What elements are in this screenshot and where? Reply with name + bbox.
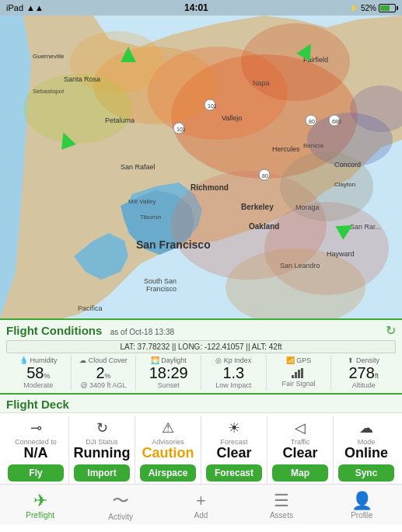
- deck-icon-5: ☁: [335, 419, 397, 436]
- fc-title-group: Flight Conditions as of Oct-18 13:38: [6, 324, 174, 338]
- svg-text:101: 101: [208, 103, 217, 109]
- nav-label-4: Profile: [322, 511, 402, 520]
- svg-text:Mill Valley: Mill Valley: [128, 198, 156, 205]
- svg-text:Vallejo: Vallejo: [222, 114, 242, 122]
- flight-deck: Flight Deck ⊸ Connected to N/A Fly ↻ DJI…: [0, 393, 402, 484]
- flight-deck-title: Flight Deck: [0, 395, 402, 413]
- svg-text:Guerneville: Guerneville: [33, 53, 65, 60]
- metric-unit: %: [44, 372, 50, 380]
- deck-item: ☀ Forecast Clear Forecast: [201, 416, 267, 484]
- status-right: ⚡ 52%: [349, 4, 396, 12]
- metric-sub: Sunset: [138, 381, 199, 389]
- svg-text:Concord: Concord: [334, 161, 361, 169]
- svg-text:Richmond: Richmond: [191, 183, 229, 192]
- metric-sub: Fair Signal: [268, 380, 330, 388]
- deck-value-5: Online: [335, 446, 397, 461]
- deck-btn-2[interactable]: Airspace: [140, 464, 196, 482]
- metric-item: ☁ Cloud Cover 2% @ 3409 ft AGL: [72, 355, 137, 391]
- deck-items: ⊸ Connected to N/A Fly ↻ DJI Status Runn…: [0, 413, 402, 484]
- deck-icon-2: ⚠: [137, 419, 199, 436]
- status-left: iPad ▲▲: [6, 3, 44, 12]
- deck-icon-0: ⊸: [5, 419, 67, 436]
- svg-text:Santa Rosa: Santa Rosa: [64, 75, 100, 83]
- metric-sub: Moderate: [8, 381, 69, 389]
- svg-text:Petaluma: Petaluma: [105, 116, 135, 124]
- svg-text:Francisco: Francisco: [146, 285, 177, 293]
- metric-value: 58%: [26, 364, 50, 381]
- deck-btn-0[interactable]: Fly: [8, 464, 64, 482]
- deck-item: ⊸ Connected to N/A Fly: [3, 416, 69, 484]
- metric-value: 278ft: [349, 364, 379, 381]
- svg-text:San Rafael: San Rafael: [121, 163, 156, 171]
- coords-bar: LAT: 37.78232 || LONG: -122.41057 || ALT…: [6, 340, 396, 353]
- deck-item: ↻ DJI Status Running Import: [69, 416, 135, 484]
- nav-icon-2: +: [161, 491, 241, 511]
- deck-value-3: Clear: [203, 446, 265, 461]
- metric-value: 1.3: [222, 364, 244, 381]
- deck-btn-4[interactable]: Map: [272, 464, 328, 482]
- svg-text:Hercules: Hercules: [272, 145, 300, 153]
- nav-item-assets[interactable]: ☰ Assets: [241, 491, 321, 520]
- deck-item: ☁ Mode Online Sync: [334, 416, 399, 484]
- metric-label: ◎ Kp Index: [203, 356, 264, 364]
- metric-label: 💧 Humidity: [8, 356, 69, 364]
- svg-text:Sebastopol: Sebastopol: [33, 88, 64, 95]
- metrics-row: 💧 Humidity 58% Moderate ☁ Cloud Cover 2%…: [6, 355, 396, 391]
- nav-icon-4: 👤: [322, 491, 402, 511]
- svg-text:80: 80: [309, 119, 315, 124]
- deck-value-4: Clear: [269, 446, 331, 461]
- svg-text:Pacifica: Pacifica: [78, 304, 103, 312]
- metric-label: ☁ Cloud Cover: [73, 356, 135, 364]
- svg-text:Clayton: Clayton: [334, 181, 355, 188]
- svg-text:Hayward: Hayward: [327, 250, 355, 258]
- svg-text:South San: South San: [144, 277, 177, 285]
- svg-text:Oakland: Oakland: [249, 222, 279, 231]
- svg-text:101: 101: [177, 127, 186, 132]
- nav-item-preflight[interactable]: ✈ Preflight: [0, 491, 80, 520]
- svg-rect-52: [292, 375, 294, 378]
- svg-rect-53: [295, 372, 297, 378]
- battery-percent: 52%: [361, 4, 376, 12]
- deck-icon-1: ↻: [71, 419, 133, 436]
- svg-point-3: [241, 23, 350, 101]
- nav-item-add[interactable]: + Add: [161, 491, 241, 520]
- deck-btn-3[interactable]: Forecast: [206, 464, 262, 482]
- svg-text:Berkeley: Berkeley: [241, 203, 274, 211]
- nav-item-activity[interactable]: 〜 Activity: [80, 489, 160, 521]
- svg-point-6: [23, 74, 132, 144]
- nav-label-1: Activity: [80, 513, 160, 521]
- metric-item: ◎ Kp Index 1.3 Low Impact: [201, 355, 267, 391]
- svg-text:80: 80: [262, 173, 268, 179]
- metric-value: 2%: [96, 364, 110, 381]
- nav-label-0: Preflight: [0, 511, 80, 520]
- nav-icon-3: ☰: [241, 491, 321, 511]
- deck-item: ◁ Traffic Clear Map: [267, 416, 334, 484]
- fc-subtitle: as of Oct-18 13:38: [110, 328, 174, 336]
- metric-sub: @ 3409 ft AGL: [73, 381, 135, 389]
- battery-icon: [379, 4, 396, 12]
- map-svg: Santa Rosa Petaluma Guerneville Sebastop…: [0, 0, 402, 318]
- deck-btn-1[interactable]: Import: [74, 464, 130, 482]
- deck-value-0: N/A: [5, 446, 67, 461]
- flight-conditions: Flight Conditions as of Oct-18 13:38 ↻ L…: [0, 318, 402, 393]
- svg-rect-55: [301, 368, 303, 378]
- svg-text:Napa: Napa: [253, 79, 270, 87]
- svg-text:San Francisco: San Francisco: [136, 238, 211, 251]
- metric-label: ⬆ Density: [333, 356, 394, 364]
- fc-title: Flight Conditions: [6, 324, 102, 337]
- metric-item: 🌅 Daylight 18:29 Sunset: [136, 355, 201, 391]
- nav-item-profile[interactable]: 👤 Profile: [322, 491, 402, 520]
- bluetooth-icon: ⚡: [349, 4, 358, 12]
- deck-btn-5[interactable]: Sync: [338, 464, 394, 482]
- metric-unit: %: [105, 372, 111, 380]
- svg-text:San Rar...: San Rar...: [350, 223, 381, 231]
- metric-sub: Altitude: [333, 381, 394, 389]
- svg-text:Benicia: Benicia: [303, 142, 324, 149]
- nav-icon-0: ✈: [0, 491, 80, 511]
- refresh-icon[interactable]: ↻: [386, 323, 396, 338]
- deck-value-2: Caution: [137, 446, 199, 461]
- svg-text:680: 680: [332, 119, 341, 124]
- metric-item: ⬆ Density 278ft Altitude: [331, 355, 396, 391]
- deck-icon-4: ◁: [269, 419, 331, 436]
- map-area[interactable]: iPad ▲▲ 14:01 ⚡ 52%: [0, 0, 402, 318]
